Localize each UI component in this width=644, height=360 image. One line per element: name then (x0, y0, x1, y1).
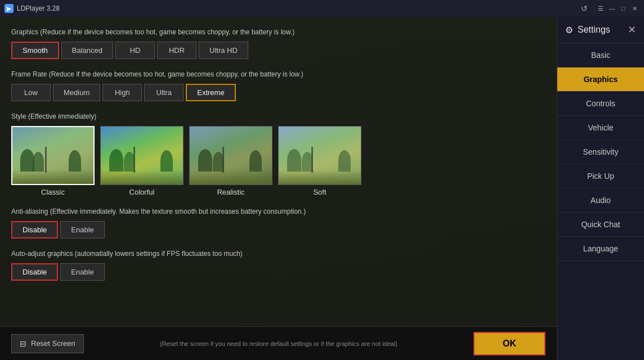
style-colorful-item[interactable]: Colorful (100, 126, 184, 196)
graphics-balanced-button[interactable]: Balanced (61, 42, 113, 59)
style-grid: Classic Colorful (11, 126, 545, 196)
bottom-bar: ⊟ Reset Screen (Reset the screen if you … (0, 326, 557, 360)
window-controls[interactable]: ☰ — □ ✕ (596, 4, 639, 13)
antialiasing-section: Anti-aliasing (Effective immediately. Ma… (11, 208, 545, 238)
style-section: Style (Effective immediately) Classic (11, 112, 545, 196)
style-colorful-label: Colorful (129, 188, 155, 196)
minimize-button[interactable]: — (607, 4, 617, 13)
graphics-ultrahd-button[interactable]: Ultra HD (199, 42, 248, 59)
sidebar-item-vehicle[interactable]: Vehicle (557, 116, 644, 140)
autoadjust-disable-button[interactable]: Disable (11, 263, 58, 281)
sidebar-item-language[interactable]: Language (557, 237, 644, 261)
framerate-extreme-button[interactable]: Extreme (186, 84, 235, 101)
style-soft-item[interactable]: Soft (278, 126, 361, 196)
graphics-label: Graphics (Reduce if the device becomes t… (11, 28, 545, 36)
game-panel: Graphics (Reduce if the device becomes t… (0, 17, 557, 360)
main-container: Graphics (Reduce if the device becomes t… (0, 17, 644, 360)
sidebar-item-controls[interactable]: Controls (557, 92, 644, 116)
framerate-section: Frame Rate (Reduce if the device becomes… (11, 70, 545, 101)
app-title: LDPlayer 3.28 (17, 4, 578, 12)
sidebar-header: ⚙ Settings ✕ (557, 17, 644, 43)
reset-icon: ⊟ (20, 339, 26, 348)
sidebar-item-graphics[interactable]: Graphics (557, 68, 644, 92)
graphics-options: Smooth Balanced HD HDR Ultra HD (11, 42, 545, 59)
settings-gear-icon: ⚙ (565, 25, 573, 35)
sidebar-item-sensitivity[interactable]: Sensitivity (557, 140, 644, 164)
graphics-section: Graphics (Reduce if the device becomes t… (11, 28, 545, 59)
sidebar-close-button[interactable]: ✕ (628, 24, 636, 36)
settings-overlay: Graphics (Reduce if the device becomes t… (0, 17, 557, 360)
style-classic-label: Classic (41, 188, 65, 196)
sidebar-item-pickup[interactable]: Pick Up (557, 164, 644, 188)
style-soft-image (278, 126, 361, 185)
maximize-button[interactable]: □ (618, 4, 628, 13)
style-label: Style (Effective immediately) (11, 112, 545, 120)
framerate-label: Frame Rate (Reduce if the device becomes… (11, 70, 545, 78)
style-realistic-item[interactable]: Realistic (189, 126, 272, 196)
sidebar-title-text: Settings (578, 25, 610, 35)
reset-hint: (Reset the screen if you need to restore… (84, 340, 473, 347)
style-classic-image (11, 126, 95, 185)
framerate-low-button[interactable]: Low (11, 84, 51, 101)
style-realistic-label: Realistic (217, 188, 244, 196)
sidebar: ⚙ Settings ✕ Basic Graphics Controls Veh… (557, 17, 644, 360)
framerate-ultra-button[interactable]: Ultra (144, 84, 184, 101)
sidebar-item-quickchat[interactable]: Quick Chat (557, 213, 644, 237)
autoadjust-options: Disable Enable (11, 263, 545, 281)
graphics-smooth-button[interactable]: Smooth (11, 42, 59, 59)
sidebar-item-basic[interactable]: Basic (557, 43, 644, 68)
sidebar-title: ⚙ Settings (565, 25, 610, 35)
close-button[interactable]: ✕ (629, 4, 639, 13)
framerate-medium-button[interactable]: Medium (53, 84, 100, 101)
autoadjust-enable-button[interactable]: Enable (60, 263, 104, 281)
autoadjust-label: Auto-adjust graphics (automatially lower… (11, 250, 545, 258)
style-realistic-image (189, 126, 272, 185)
antialiasing-label: Anti-aliasing (Effective immediately. Ma… (11, 208, 545, 215)
framerate-options: Low Medium High Ultra Extreme (11, 84, 545, 101)
app-icon: ▶ (5, 4, 14, 13)
refresh-icon[interactable]: ↺ (581, 4, 588, 13)
reset-screen-button[interactable]: ⊟ Reset Screen (11, 334, 84, 353)
style-colorful-image (100, 126, 184, 185)
antialiasing-disable-button[interactable]: Disable (11, 221, 58, 238)
sidebar-item-audio[interactable]: Audio (557, 188, 644, 213)
graphics-hd-button[interactable]: HD (115, 42, 155, 59)
hamburger-button[interactable]: ☰ (596, 4, 606, 13)
title-bar: ▶ LDPlayer 3.28 ↺ ☰ — □ ✕ (0, 0, 644, 17)
antialiasing-options: Disable Enable (11, 221, 545, 238)
style-soft-label: Soft (313, 188, 326, 196)
ok-button[interactable]: OK (473, 332, 545, 356)
antialiasing-enable-button[interactable]: Enable (60, 221, 104, 238)
autoadjust-section: Auto-adjust graphics (automatially lower… (11, 250, 545, 281)
framerate-high-button[interactable]: High (102, 84, 142, 101)
reset-label: Reset Screen (31, 339, 75, 348)
graphics-hdr-button[interactable]: HDR (157, 42, 196, 59)
style-classic-item[interactable]: Classic (11, 126, 95, 196)
